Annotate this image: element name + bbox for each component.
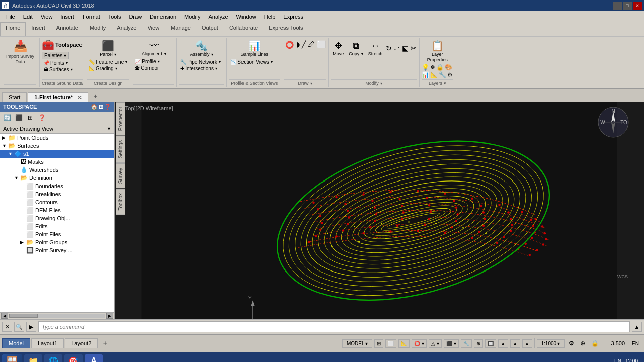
h-scrollbar[interactable]: ◀ ▶ xyxy=(0,312,114,319)
doc-tab-start[interactable]: Start xyxy=(2,92,27,102)
ts-help-icon[interactable]: ❓ xyxy=(104,104,111,110)
snap-btn[interactable]: ⬜ xyxy=(385,339,396,348)
doc-tab-lecture[interactable]: 1-First lecture* ✕ xyxy=(28,92,88,102)
menu-edit[interactable]: Edit xyxy=(19,13,37,21)
taskbar-app-explorer[interactable]: 📁 xyxy=(24,354,42,362)
tab-layout1[interactable]: Layout1 xyxy=(31,338,64,348)
tree-item-contours[interactable]: ⬜ Contours xyxy=(0,198,114,206)
tree-item-point-clouds[interactable]: ▶ 📁 Point Clouds xyxy=(0,134,114,142)
tree-item-masks[interactable]: 🖼 Masks xyxy=(0,158,114,166)
layer-icon-3[interactable]: 🔒 xyxy=(436,64,444,71)
tree-item-breaklines[interactable]: ⬜ Breaklines xyxy=(0,190,114,198)
transparency-btn[interactable]: 🔲 xyxy=(485,339,496,348)
grid-btn[interactable]: ⊞ xyxy=(374,339,383,348)
workspace-btn[interactable]: ⊕ xyxy=(578,339,587,348)
layer-props-btn[interactable]: 📋 LayerProperties xyxy=(425,39,450,64)
feature-line-btn[interactable]: 📏 Feature Line ▾ xyxy=(87,59,129,65)
side-tab-toolbox[interactable]: Toolbox xyxy=(116,189,125,215)
doc-tab-close-btn[interactable]: ✕ xyxy=(77,95,82,100)
ts-home-icon[interactable]: 🏠 xyxy=(91,104,98,110)
menu-help[interactable]: Help xyxy=(260,13,280,21)
lineweight-btn[interactable]: ⊕ xyxy=(474,339,483,348)
stretch-btn[interactable]: ↔ Stretch xyxy=(366,40,385,57)
lock-btn[interactable]: 🔒 xyxy=(589,339,601,348)
ts-icon-4[interactable]: ❓ xyxy=(37,113,47,123)
menu-tools[interactable]: Tools xyxy=(104,13,125,21)
menu-modify[interactable]: Modify xyxy=(180,13,204,21)
side-tab-survey[interactable]: Survey xyxy=(116,163,125,188)
tab-layout2[interactable]: Layout2 xyxy=(65,338,98,348)
settings-btn[interactable]: ⚙ xyxy=(567,339,576,348)
minimize-btn[interactable]: ─ xyxy=(613,2,622,10)
tab-manage[interactable]: Manage xyxy=(165,22,196,36)
section-views-btn[interactable]: 📉 Section Views ▾ xyxy=(229,59,280,65)
surfaces-btn[interactable]: 🏔 Surfaces ▾ xyxy=(42,66,83,73)
viewport[interactable]: [-][Top][2D Wireframe] N W TO WCS xyxy=(115,102,644,319)
cmd-scroll-up[interactable]: ▲ xyxy=(632,322,642,332)
scale-btn[interactable]: ⬕ xyxy=(401,44,409,53)
parcel-btn[interactable]: ⬛ Parcel ▾ xyxy=(87,39,129,58)
alignment-btn[interactable]: 〰 Alignment ▾ xyxy=(133,39,174,57)
cmd-arrow-btn[interactable]: ▶ xyxy=(26,322,36,332)
layer-icon-1[interactable]: 💡 xyxy=(422,64,429,71)
tree-item-point-files[interactable]: ⬜ Point Files xyxy=(0,230,114,238)
menu-view[interactable]: View xyxy=(37,13,57,21)
tree-item-surfaces[interactable]: ▼ 📂 Surfaces xyxy=(0,142,114,150)
tree-item-watersheds[interactable]: 💧 Watersheds xyxy=(0,166,114,174)
circle-btn[interactable]: ⭕ xyxy=(284,40,295,50)
otrack-btn[interactable]: ⬛ ▾ xyxy=(444,339,459,348)
tree-item-point-survey[interactable]: 🔲 Point Survey ... xyxy=(0,246,114,254)
assembly-btn[interactable]: 🔩 Assembly ▾ xyxy=(179,39,224,58)
side-tab-settings[interactable]: Settings xyxy=(116,136,125,163)
tree-container[interactable]: ▶ 📁 Point Clouds ▼ 📂 Surfaces ▼ 🔷 s1 🖼 M… xyxy=(0,134,114,312)
tab-collaborate[interactable]: Collaborate xyxy=(224,22,263,36)
menu-express[interactable]: Express xyxy=(279,13,307,21)
layer-icon-4[interactable]: 🎨 xyxy=(445,64,452,71)
menu-analyze[interactable]: Analyze xyxy=(204,13,232,21)
arc-btn[interactable]: ◗ xyxy=(296,40,300,50)
grading-btn[interactable]: 📐 Grading ▾ xyxy=(87,65,129,72)
tree-item-definition[interactable]: ▼ 📂 Definition xyxy=(0,174,114,182)
menu-format[interactable]: Format xyxy=(78,13,104,21)
trim-btn[interactable]: ✂ xyxy=(410,44,417,53)
layer-icon-5[interactable]: 📊 xyxy=(422,71,429,78)
move-btn[interactable]: ✥ Move xyxy=(331,40,346,57)
tree-item-drawing-obj[interactable]: ⬜ Drawing Obj... xyxy=(0,214,114,222)
ortho-btn[interactable]: 📐 xyxy=(398,339,410,348)
rotate-btn[interactable]: ↻ xyxy=(385,44,392,53)
menu-insert[interactable]: Insert xyxy=(56,13,78,21)
tab-analyze[interactable]: Analyze xyxy=(111,22,142,36)
tree-item-boundaries[interactable]: ⬜ Boundaries xyxy=(0,182,114,190)
copy-btn[interactable]: ⧉ Copy ▾ xyxy=(347,40,365,57)
maximize-btn[interactable]: □ xyxy=(623,2,632,10)
tab-express[interactable]: Express Tools xyxy=(263,22,308,36)
layer-icon-6[interactable]: 📐 xyxy=(430,71,438,78)
tab-home[interactable]: Home xyxy=(0,22,26,36)
ts-icon-3[interactable]: ⊞ xyxy=(25,113,35,123)
osnap-btn[interactable]: △ ▾ xyxy=(429,339,442,348)
layer-icon-7[interactable]: 🔧 xyxy=(439,71,446,78)
import-survey-btn[interactable]: 📥 Import SurveyData xyxy=(4,39,36,66)
sel-btn[interactable]: ▲ xyxy=(510,339,520,348)
intersections-btn[interactable]: ✚ Intersections ▾ xyxy=(179,65,224,72)
corridor-btn[interactable]: 🛣 Corridor xyxy=(133,65,174,71)
palettes-btn[interactable]: Palettes ▾ xyxy=(42,52,69,59)
tab-view[interactable]: View xyxy=(142,22,165,36)
close-btn[interactable]: ✕ xyxy=(633,2,642,10)
mirror-btn[interactable]: ⇌ xyxy=(393,44,400,53)
menu-dimension[interactable]: Dimension xyxy=(146,13,180,21)
tree-item-dem[interactable]: ⬜ DEM Files xyxy=(0,206,114,214)
scroll-thumb-h[interactable] xyxy=(9,314,38,318)
tree-item-edits[interactable]: ⬜ Edits xyxy=(0,222,114,230)
cmd-search-btn[interactable]: 🔍 xyxy=(14,322,24,332)
layer-icon-2[interactable]: ❄ xyxy=(430,64,435,71)
sample-lines-btn[interactable]: 📊 Sample Lines xyxy=(229,39,280,58)
dynin-btn[interactable]: 🔧 xyxy=(461,339,472,348)
scroll-right[interactable]: ▶ xyxy=(106,313,113,319)
menu-file[interactable]: File xyxy=(2,13,19,21)
tree-item-point-groups[interactable]: ▶ 📂 Point Groups xyxy=(0,238,114,246)
qp-btn[interactable]: ▲ xyxy=(498,339,508,348)
profile-btn[interactable]: 📈 Profile ▾ xyxy=(133,58,174,65)
taskbar-app-autocad[interactable]: A xyxy=(85,354,103,362)
layer-icon-8[interactable]: ⚙ xyxy=(447,71,453,78)
